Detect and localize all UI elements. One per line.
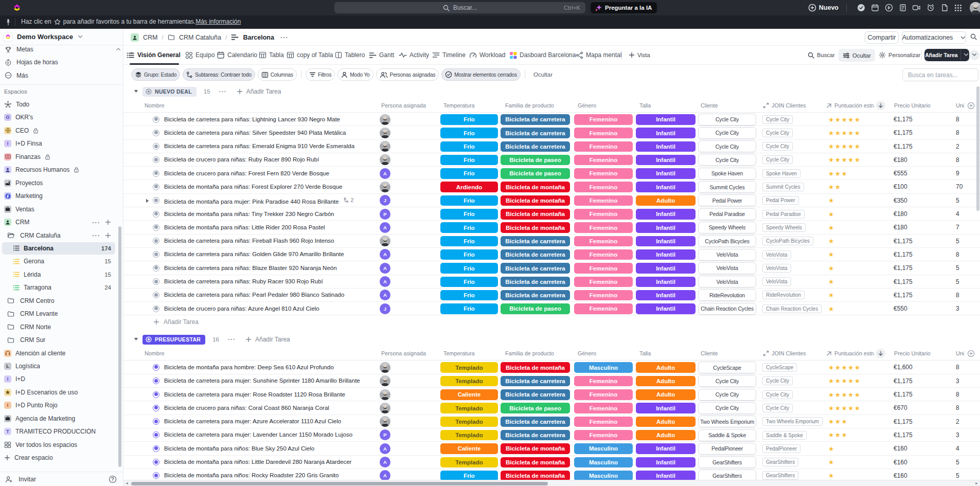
join-client-tag[interactable]: Chain Reaction Cycles (762, 304, 822, 313)
task-row[interactable]: Bicicleta de carretera para niñas: Golde… (123, 248, 980, 261)
strategic-score-stars[interactable]: ★★★★★ (828, 404, 861, 412)
units-value[interactable]: 8 (956, 404, 959, 411)
size-pill[interactable]: Adulto (636, 195, 696, 206)
assignee-avatar[interactable]: A (380, 290, 390, 300)
gender-pill[interactable]: Femenino (574, 303, 633, 314)
size-pill[interactable]: Infantil (636, 155, 696, 166)
sidebar-item-barcelona[interactable]: Barcelona174 (0, 242, 123, 255)
task-status-icon[interactable] (153, 130, 159, 136)
unit-price[interactable]: €1,175 (894, 143, 913, 150)
task-status-icon[interactable] (153, 364, 159, 371)
size-pill[interactable]: Infantil (636, 168, 696, 179)
sidebar-scrollbar[interactable] (118, 226, 121, 467)
breadcrumb-folder[interactable]: CRM Cataluña (179, 34, 221, 41)
task-status-icon[interactable] (153, 156, 159, 163)
sidebar-item-i-d-escenarios-de-uso[interactable]: I+D Escenarios de uso (0, 386, 123, 399)
task-name[interactable]: Bicicleta de montaña para hombre: Deep S… (164, 364, 334, 370)
units-value[interactable]: 3 (956, 431, 959, 439)
size-pill[interactable]: Infantil (636, 263, 696, 274)
size-pill[interactable]: Infantil (636, 222, 696, 233)
task-name[interactable]: Bicicleta de montaña para mujer: Pink Pa… (164, 197, 353, 205)
product-family-pill[interactable]: Bicicleta de paseo (501, 303, 570, 314)
join-client-tag[interactable]: VeloVista (762, 250, 791, 259)
assignee-avatar[interactable] (380, 375, 390, 386)
customize-button[interactable]: Personalizar (879, 46, 920, 64)
task-row[interactable]: Bicicleta de montaña para niñas: Forest … (123, 180, 980, 193)
invite-button[interactable]: Invitar (19, 476, 36, 483)
product-family-pill[interactable]: Bicicleta de carretera (501, 141, 570, 152)
join-client-tag[interactable]: GearShifters (762, 471, 798, 480)
sidebar-item-proyectos[interactable]: Proyectos (0, 176, 123, 189)
units-value[interactable]: 5 (956, 238, 959, 245)
units-value[interactable]: 4 (956, 445, 959, 452)
gender-pill[interactable]: Femenino (574, 236, 633, 247)
assignee-avatar[interactable] (380, 114, 390, 125)
temperature-pill[interactable]: Frio (440, 195, 498, 206)
gender-pill[interactable]: Femenino (574, 195, 633, 206)
col-header-join-clientes[interactable]: JOIN Clientes (763, 102, 806, 109)
col-header-precio-unitario[interactable]: Precio Unitario (894, 350, 931, 356)
product-family-pill[interactable]: Bicicleta de carretera (501, 376, 570, 387)
gender-pill[interactable]: Femenino (574, 417, 633, 427)
assignee-avatar[interactable]: P (380, 209, 390, 220)
tab-tablero[interactable]: Tablero (335, 46, 365, 64)
tab-dasboard-barcelona[interactable]: Dasboard Barcelona (509, 46, 576, 64)
assignee-avatar[interactable]: A (380, 263, 390, 274)
col-header-cliente[interactable]: Cliente (701, 350, 718, 356)
units-value[interactable]: 2 (956, 143, 959, 150)
strategic-score-stars[interactable]: ★ (828, 445, 835, 453)
client-field[interactable]: CycloPath Bicycles (698, 235, 756, 247)
assignee-avatar[interactable]: J (380, 195, 390, 206)
task-name[interactable]: Bicicleta de carretera para niñas: Ruby … (164, 278, 323, 284)
unit-price[interactable]: €1,600 (894, 364, 913, 371)
size-pill[interactable]: Adulto (636, 430, 696, 441)
assignee-avatar[interactable]: A (380, 443, 390, 454)
join-client-tag[interactable]: Cycle City (762, 115, 793, 124)
client-field[interactable]: Cycle City (698, 140, 756, 152)
task-row[interactable]: Bicicleta de carretera para mujer: Rose … (123, 388, 980, 401)
sidebar-item-todo[interactable]: Todo (0, 98, 123, 111)
task-row[interactable]: Bicicleta de carretera para mujer: Sunsh… (123, 374, 980, 388)
temperature-pill[interactable]: Templado (440, 457, 498, 468)
add-column-icon[interactable] (967, 102, 975, 110)
join-client-tag[interactable]: Cycle City (762, 129, 793, 137)
size-pill[interactable]: Infantil (636, 290, 696, 301)
sidebar-item-tarragona[interactable]: Tarragona24 (0, 281, 123, 294)
units-value[interactable]: 5 (956, 197, 959, 204)
join-client-tag[interactable]: CycleScape (762, 363, 797, 372)
sidebar-nav-m-s[interactable]: Más (0, 69, 123, 82)
task-name[interactable]: Bicicleta de montaña para niños: Little … (164, 459, 351, 465)
group-status-pill[interactable]: NUEVO DEAL (142, 87, 197, 97)
col-header-talla[interactable]: Talla (639, 102, 651, 109)
task-row[interactable]: Bicicleta de carretera para niñas: Light… (123, 113, 980, 126)
join-client-tag[interactable]: Speedy Wheels (762, 223, 806, 232)
assignee-avatar[interactable]: A (380, 249, 390, 260)
temperature-pill[interactable]: Frio (440, 303, 498, 314)
join-client-tag[interactable]: Two Wheels Emporium (762, 417, 823, 426)
product-family-pill[interactable]: Bicicleta de carretera (501, 128, 570, 138)
unit-price[interactable]: €1,175 (894, 418, 913, 425)
product-family-pill[interactable]: Bicicleta de carretera (501, 389, 570, 400)
sidebar-item-logística[interactable]: LLogística (0, 359, 123, 372)
gender-pill[interactable]: Femenino (574, 277, 633, 287)
client-field[interactable]: VeloVista (698, 249, 756, 261)
task-status-icon[interactable] (153, 292, 159, 298)
task-name[interactable]: Bicicleta de crucero para niñas: Forest … (164, 170, 329, 176)
sidebar-item-crm-centro[interactable]: CRM Centro (0, 294, 123, 307)
strategic-score-stars[interactable]: ★ (828, 305, 835, 313)
task-row[interactable]: Bicicleta de carretera para niñas: Fireb… (123, 235, 980, 248)
join-client-tag[interactable]: Cycle City (762, 376, 793, 385)
product-family-pill[interactable]: Bicicleta de montaña (501, 195, 570, 206)
task-row[interactable]: Bicicleta de crucero para niñas: Coral C… (123, 401, 980, 415)
unit-price[interactable]: €180 (894, 224, 907, 231)
task-name[interactable]: Bicicleta de carretera para niñas: Fireb… (164, 238, 334, 244)
units-value[interactable]: 8 (956, 156, 959, 164)
assignee-avatar[interactable] (380, 236, 390, 246)
strategic-score-stars[interactable]: ★ (828, 237, 835, 245)
join-client-tag[interactable]: Cycle City (762, 155, 793, 164)
units-value[interactable]: 8 (956, 129, 959, 136)
col-header-join-clientes[interactable]: JOIN Clientes (763, 350, 806, 356)
unit-price[interactable]: €1,175 (894, 251, 913, 258)
join-client-tag[interactable]: Cycle City (762, 142, 793, 151)
task-name[interactable]: Bicicleta de crucero para niñas: Ruby Ra… (164, 156, 319, 163)
